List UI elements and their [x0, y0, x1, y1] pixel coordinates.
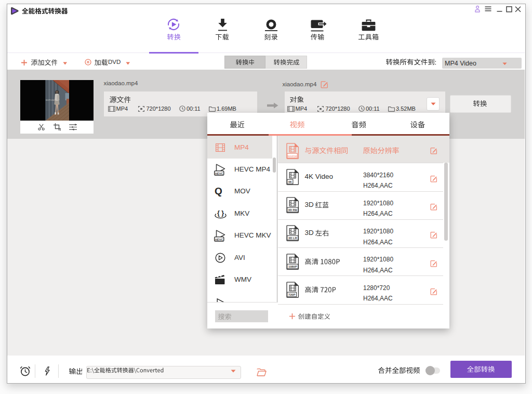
- svg-text:4K: 4K: [288, 180, 292, 183]
- svg-text:source: source: [287, 154, 297, 157]
- svg-text:HOPOiNG: HOPOiNG: [46, 98, 56, 101]
- svg-text:3D RB: 3D RB: [288, 208, 297, 212]
- svg-text:720P: 720P: [288, 293, 295, 296]
- svg-text:{ }: { }: [217, 209, 224, 217]
- svg-text:1080P: 1080P: [288, 265, 297, 268]
- svg-text:3D LR: 3D LR: [288, 237, 297, 240]
- svg-text:HEVC: HEVC: [215, 172, 223, 175]
- svg-text:HEVC: HEVC: [215, 238, 223, 241]
